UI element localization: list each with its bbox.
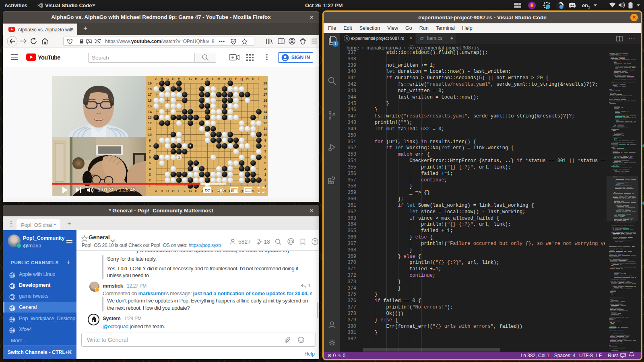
- svg-text:1: 1: [178, 156, 180, 159]
- svg-text:K: K: [206, 77, 209, 81]
- svg-text:9: 9: [149, 138, 151, 142]
- svg-text:D: D: [172, 189, 174, 193]
- svg-text:5: 5: [149, 161, 151, 165]
- svg-text:R: R: [345, 37, 348, 41]
- svg-text:C: C: [166, 189, 169, 193]
- svg-text:D: D: [172, 77, 174, 81]
- svg-text:1: 1: [264, 184, 266, 188]
- svg-text:7: 7: [264, 150, 266, 154]
- svg-text:T: T: [258, 77, 260, 81]
- svg-text:1: 1: [149, 184, 151, 188]
- svg-text:A: A: [155, 77, 157, 81]
- svg-text:L: L: [212, 77, 214, 81]
- svg-text:14: 14: [148, 110, 152, 114]
- svg-text:18: 18: [263, 87, 267, 91]
- svg-text:H: H: [195, 189, 197, 193]
- svg-text:J: J: [201, 189, 203, 193]
- svg-text:Q: Q: [240, 189, 243, 193]
- svg-text:4: 4: [149, 167, 151, 171]
- svg-text:15: 15: [148, 104, 152, 108]
- svg-text:11: 11: [264, 127, 267, 131]
- svg-text:15: 15: [263, 104, 267, 108]
- svg-text:G: G: [189, 189, 192, 193]
- svg-text:8: 8: [264, 144, 266, 148]
- svg-text:B: B: [161, 77, 163, 81]
- svg-text:G: G: [189, 77, 192, 81]
- svg-text:2: 2: [190, 144, 192, 148]
- svg-text:13: 13: [148, 115, 152, 119]
- svg-text:12: 12: [263, 121, 267, 125]
- svg-text:7: 7: [149, 150, 151, 154]
- svg-text:Q: Q: [240, 77, 243, 81]
- svg-text:S: S: [252, 77, 254, 81]
- svg-text:10: 10: [148, 133, 152, 137]
- svg-text:6: 6: [149, 155, 151, 159]
- svg-text:2: 2: [264, 178, 266, 182]
- svg-text:19: 19: [263, 81, 267, 85]
- svg-text:13: 13: [263, 115, 267, 119]
- svg-text:?: ?: [314, 239, 316, 244]
- svg-text:J: J: [201, 77, 203, 81]
- svg-text:10: 10: [263, 133, 267, 137]
- svg-text:4: 4: [264, 167, 266, 171]
- svg-text:B: B: [161, 189, 163, 193]
- svg-text:8: 8: [149, 144, 151, 148]
- svg-text:L: L: [212, 189, 214, 193]
- svg-text:E: E: [178, 77, 180, 81]
- svg-text:YouTube: YouTube: [38, 54, 60, 61]
- svg-text:#: #: [423, 36, 425, 39]
- svg-text:14: 14: [263, 110, 267, 114]
- svg-text:P: P: [235, 77, 237, 81]
- svg-text:F: F: [184, 77, 186, 81]
- svg-text:6: 6: [264, 155, 266, 159]
- svg-text:A: A: [155, 189, 157, 193]
- svg-text:16: 16: [148, 99, 152, 103]
- svg-text:9: 9: [264, 138, 266, 142]
- svg-text:R: R: [410, 46, 412, 50]
- svg-text:16: 16: [263, 99, 267, 103]
- svg-text:F: F: [184, 189, 186, 193]
- svg-text:R: R: [246, 77, 249, 81]
- svg-text:CC: CC: [205, 188, 210, 192]
- svg-text:O: O: [229, 77, 232, 81]
- svg-text:17: 17: [263, 93, 267, 97]
- svg-text:19: 19: [148, 81, 152, 85]
- svg-text:5: 5: [264, 161, 266, 165]
- svg-text:17: 17: [148, 93, 152, 97]
- svg-text:18: 18: [148, 87, 152, 91]
- svg-text:E: E: [178, 189, 180, 193]
- svg-text:11: 11: [148, 127, 152, 131]
- svg-text:3: 3: [149, 173, 151, 177]
- svg-text:3: 3: [264, 173, 266, 177]
- svg-text:2: 2: [149, 178, 151, 182]
- svg-text:M: M: [217, 77, 220, 81]
- svg-text:12: 12: [148, 121, 152, 125]
- svg-text:C: C: [166, 77, 169, 81]
- svg-text:H: H: [195, 77, 197, 81]
- svg-text:N: N: [223, 77, 226, 81]
